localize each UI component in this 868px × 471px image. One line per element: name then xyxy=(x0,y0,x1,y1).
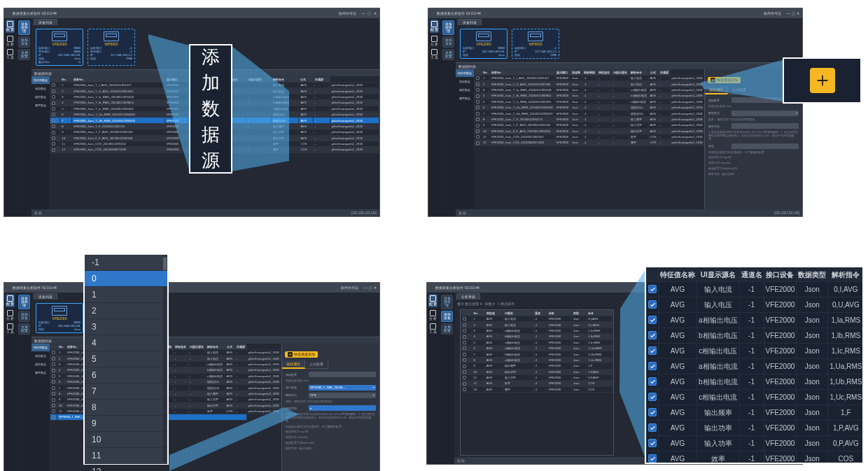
callout-plus xyxy=(783,57,862,104)
callout-rays xyxy=(420,0,868,224)
callout-text: 添加数据源 xyxy=(190,45,231,172)
dropdown-option[interactable]: 11 xyxy=(85,448,167,464)
dropdown-option[interactable]: 10 xyxy=(85,432,167,448)
table-row[interactable]: AVGa相输出电压-1VFE2000Json1,Ia,RMS xyxy=(647,313,864,328)
dropdown-option[interactable]: 5 xyxy=(85,351,167,367)
dropdown-option[interactable]: 4 xyxy=(85,335,167,351)
checkbox-checked[interactable] xyxy=(648,377,657,386)
svg-marker-2 xyxy=(701,59,784,101)
svg-marker-0 xyxy=(148,34,190,171)
detail-callout: 特征值名称UI显示源名通道名接口设备数据类型解析指令AVG输入电流-1VFE20… xyxy=(645,266,864,464)
table-row[interactable]: AVGc相输出电流-1VFE2000Json1,Uc,RMS xyxy=(647,390,864,405)
dropdown-option[interactable]: 8 xyxy=(85,400,167,416)
dropdown-option[interactable]: 9 xyxy=(85,416,167,432)
svg-marker-4 xyxy=(620,267,647,462)
checkbox-checked[interactable] xyxy=(648,454,657,463)
checkbox-checked[interactable] xyxy=(648,300,657,309)
dropdown-option[interactable]: -1 xyxy=(85,255,167,271)
table-row[interactable]: AVG输入电流-1VFE2000Json0,I,AVG xyxy=(647,282,864,297)
dropdown-option[interactable]: 0 xyxy=(85,271,167,287)
checkbox-checked[interactable] xyxy=(648,331,657,339)
table-row[interactable]: AVGb相输出电压-1VFE2000Json1,Ib,RMS xyxy=(647,328,864,344)
table-row[interactable]: AVG输出频率-1VFE2000Json1,F xyxy=(647,405,864,421)
checkbox-checked[interactable] xyxy=(648,423,657,432)
table-row[interactable]: AVGc相输出电压-1VFE2000Json1,Ic,RMS xyxy=(647,344,864,359)
plus-icon xyxy=(815,73,830,88)
table-row[interactable]: AVG输入功率-1VFE2000Json0,P,AVG xyxy=(647,436,864,451)
callout-add-source: 添加数据源 xyxy=(189,44,232,174)
dropdown-option[interactable]: 3 xyxy=(85,319,167,335)
callout-rays xyxy=(0,252,388,471)
table-row[interactable]: AVG效率-1VFE2000JsonCOS xyxy=(647,451,864,465)
detail-table[interactable]: 特征值名称UI显示源名通道名接口设备数据类型解析指令AVG输入电流-1VFE20… xyxy=(646,267,864,464)
svg-marker-1 xyxy=(231,45,289,171)
dropdown-option[interactable]: 2 xyxy=(85,303,167,319)
checkbox-checked[interactable] xyxy=(648,316,657,324)
checkbox-checked[interactable] xyxy=(648,393,657,401)
checkbox-checked[interactable] xyxy=(648,408,657,416)
table-row[interactable]: AVG输入电压-1VFE2000Json0,U,AVG xyxy=(647,297,864,313)
table-row[interactable]: AVG输出功率-1VFE2000Json1,P,AVG xyxy=(647,421,864,436)
channel-dropdown[interactable]: -10123456789101112 xyxy=(83,253,169,465)
dropdown-option[interactable]: 1 xyxy=(85,287,167,303)
checkbox-checked[interactable] xyxy=(648,362,657,370)
dropdown-option[interactable]: 7 xyxy=(85,384,167,400)
dropdown-option[interactable]: 6 xyxy=(85,367,167,384)
checkbox-checked[interactable] xyxy=(648,439,657,447)
checkbox-checked[interactable] xyxy=(648,285,657,293)
add-button[interactable] xyxy=(810,68,835,93)
table-row[interactable]: AVGa相输出电流-1VFE2000Json1,Ua,RMS xyxy=(647,359,864,374)
checkbox-checked[interactable] xyxy=(648,346,657,355)
svg-marker-3 xyxy=(169,407,299,471)
table-row[interactable]: AVGb相输出电流-1VFE2000Json1,Ub,RMS xyxy=(647,374,864,390)
dropdown-option[interactable]: 12 xyxy=(85,464,167,471)
